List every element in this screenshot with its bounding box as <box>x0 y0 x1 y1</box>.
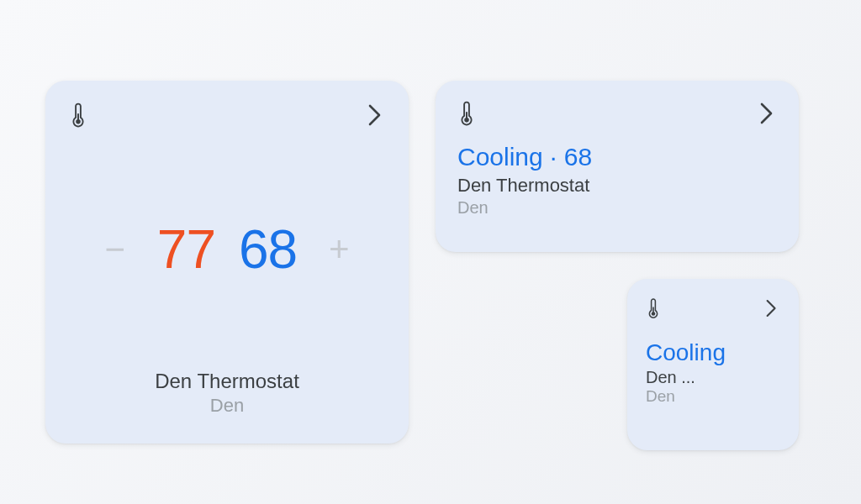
card-header <box>69 101 385 129</box>
increase-button[interactable]: + <box>320 229 357 270</box>
svg-rect-1 <box>77 113 79 120</box>
device-name: Den Thermostat <box>457 175 777 197</box>
chevron-right-icon[interactable] <box>763 296 780 321</box>
thermometer-icon <box>69 101 87 129</box>
chevron-right-icon[interactable] <box>757 99 777 128</box>
card-footer: Den Thermostat Den <box>69 370 385 423</box>
chevron-right-icon[interactable] <box>365 101 385 129</box>
room-name: Den <box>646 387 780 406</box>
heat-setpoint: 77 <box>157 218 215 281</box>
status-line: Cooling <box>646 339 780 366</box>
room-name: Den <box>457 198 777 218</box>
status-line: Cooling · 68 <box>457 143 777 171</box>
svg-rect-3 <box>466 112 467 118</box>
card-header <box>646 296 780 321</box>
thermostat-card-large[interactable]: − 77 68 + Den Thermostat Den <box>45 81 409 444</box>
temperature-controls: − 77 68 + <box>69 129 385 370</box>
thermostat-card-medium[interactable]: Cooling · 68 Den Thermostat Den <box>436 81 799 252</box>
card-header <box>457 99 777 128</box>
room-name: Den <box>69 395 385 417</box>
svg-rect-5 <box>652 307 654 313</box>
thermometer-icon <box>457 99 476 128</box>
decrease-button[interactable]: − <box>97 229 134 270</box>
thermometer-icon <box>646 297 661 320</box>
thermostat-card-small[interactable]: Cooling Den ... Den <box>627 279 799 450</box>
cool-setpoint: 68 <box>239 218 297 281</box>
device-name: Den Thermostat <box>69 370 385 393</box>
device-name: Den ... <box>646 368 780 387</box>
